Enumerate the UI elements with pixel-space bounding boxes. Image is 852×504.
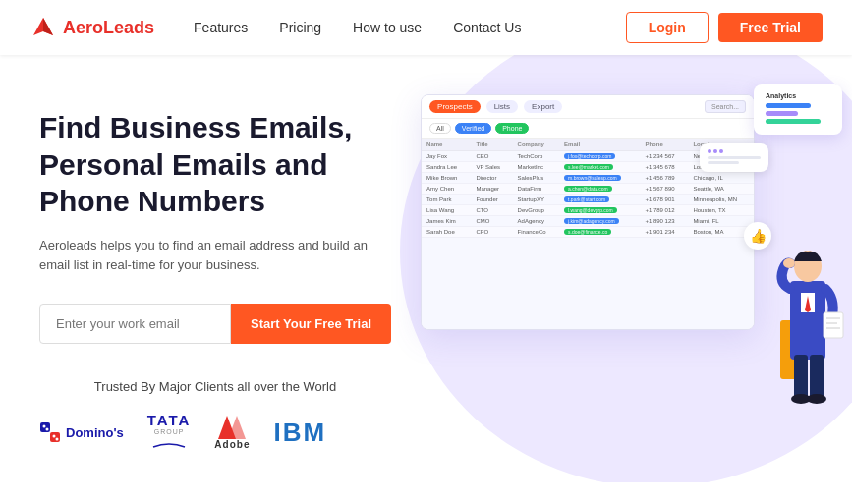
dot-2 bbox=[713, 149, 717, 153]
adobe-label: Adobe bbox=[214, 439, 250, 450]
like-bubble: 👍 bbox=[744, 222, 771, 250]
filter-all[interactable]: All bbox=[429, 123, 451, 134]
dashboard-wrapper: Prospects Lists Export Search... All Ver… bbox=[421, 84, 852, 399]
chat-line-2 bbox=[708, 161, 739, 164]
bar-2 bbox=[766, 111, 798, 116]
login-button[interactable]: Login bbox=[626, 12, 709, 43]
svg-rect-13 bbox=[824, 312, 843, 338]
dashboard-screen: Prospects Lists Export Search... All Ver… bbox=[421, 94, 755, 330]
nav-features[interactable]: Features bbox=[194, 20, 248, 35]
email-form: Start Your Free Trial bbox=[39, 304, 391, 344]
svg-point-20 bbox=[807, 394, 826, 404]
svg-point-5 bbox=[56, 438, 59, 441]
like-icon: 👍 bbox=[750, 228, 767, 244]
mini-dashboard: Prospects Lists Export Search... All Ver… bbox=[422, 95, 754, 329]
ibm-logo: IBM bbox=[273, 420, 326, 445]
nav-pricing[interactable]: Pricing bbox=[279, 20, 321, 35]
free-trial-nav-button[interactable]: Free Trial bbox=[718, 13, 823, 42]
hero-headline: Find Business Emails, Personal Emails an… bbox=[39, 109, 391, 220]
table-row: Tom Park Founder StartupXY t.park@start.… bbox=[422, 195, 754, 205]
col-email: Email bbox=[559, 139, 640, 151]
tab-prospects[interactable]: Prospects bbox=[429, 100, 481, 113]
tab-lists[interactable]: Lists bbox=[486, 100, 518, 113]
analytics-title: Analytics bbox=[766, 92, 830, 99]
table-row: Lisa Wang CTO DevGroup l.wang@devgrp.com… bbox=[422, 205, 754, 216]
navbar: AeroLeads Features Pricing How to use Co… bbox=[0, 0, 852, 55]
person-illustration bbox=[768, 212, 847, 409]
dominos-icon bbox=[39, 421, 61, 443]
hero-subtext: Aeroleads helps you to find an email add… bbox=[39, 236, 391, 277]
start-trial-button[interactable]: Start Your Free Trial bbox=[231, 304, 391, 344]
logo-icon bbox=[29, 14, 57, 41]
table-row: Sarah Doe CFO FinanceCo s.doe@finance.co… bbox=[422, 227, 754, 238]
nav-how-to-use[interactable]: How to use bbox=[353, 20, 422, 35]
svg-point-4 bbox=[53, 435, 56, 438]
nav-contact-us[interactable]: Contact Us bbox=[453, 20, 521, 35]
hero-section: Find Business Emails, Personal Emails an… bbox=[0, 55, 852, 482]
dot-1 bbox=[708, 149, 711, 153]
logo-link[interactable]: AeroLeads bbox=[29, 14, 154, 41]
table-row: James Kim CMO AdAgency j.kim@adagency.co… bbox=[422, 216, 754, 227]
dashboard-header: Prospects Lists Export Search... bbox=[422, 95, 754, 119]
svg-rect-17 bbox=[794, 355, 808, 399]
svg-point-2 bbox=[43, 425, 46, 428]
floating-analytics-card: Analytics bbox=[754, 84, 842, 135]
col-company: Company bbox=[513, 139, 560, 151]
tata-sublabel: GROUP bbox=[147, 428, 192, 435]
adobe-icon bbox=[218, 416, 246, 439]
table-row: Mike Brown Director SalesPlus m.brown@sa… bbox=[422, 173, 754, 184]
table-row: Amy Chen Manager DataFirm a.chen@data.co… bbox=[422, 184, 754, 195]
svg-point-3 bbox=[46, 428, 49, 431]
dominos-logo: Domino's bbox=[39, 421, 124, 443]
tata-label: TATA bbox=[147, 412, 192, 428]
svg-point-12 bbox=[783, 258, 795, 268]
tata-swoosh bbox=[151, 441, 187, 449]
filter-verified[interactable]: Verified bbox=[455, 123, 491, 134]
bar-1 bbox=[766, 103, 811, 108]
col-title: Title bbox=[471, 139, 512, 151]
hero-right: Prospects Lists Export Search... All Ver… bbox=[421, 55, 852, 482]
dot-3 bbox=[719, 149, 723, 153]
tab-export[interactable]: Export bbox=[524, 100, 562, 113]
svg-rect-18 bbox=[810, 355, 824, 399]
chat-bubble bbox=[700, 143, 768, 172]
dominos-label: Domino's bbox=[66, 425, 124, 440]
nav-buttons: Login Free Trial bbox=[626, 12, 823, 43]
trusted-text: Trusted By Major Clients all over the Wo… bbox=[39, 379, 391, 394]
filter-phone[interactable]: Phone bbox=[495, 123, 529, 134]
logo-text: AeroLeads bbox=[63, 18, 154, 38]
filter-row: All Verified Phone bbox=[422, 119, 754, 139]
col-name: Name bbox=[422, 139, 471, 151]
tata-logo: TATA GROUP bbox=[147, 412, 192, 453]
adobe-logo: Adobe bbox=[214, 416, 250, 450]
email-input[interactable] bbox=[39, 304, 231, 344]
chat-dots bbox=[708, 149, 761, 153]
bar-3 bbox=[766, 119, 821, 124]
nav-links: Features Pricing How to use Contact Us bbox=[194, 19, 626, 36]
dashboard-search[interactable]: Search... bbox=[705, 100, 746, 113]
col-phone: Phone bbox=[640, 139, 688, 151]
hero-left: Find Business Emails, Personal Emails an… bbox=[0, 55, 421, 482]
chat-line-1 bbox=[708, 156, 761, 159]
client-logos: Domino's TATA GROUP Adobe IBM bbox=[39, 412, 391, 453]
